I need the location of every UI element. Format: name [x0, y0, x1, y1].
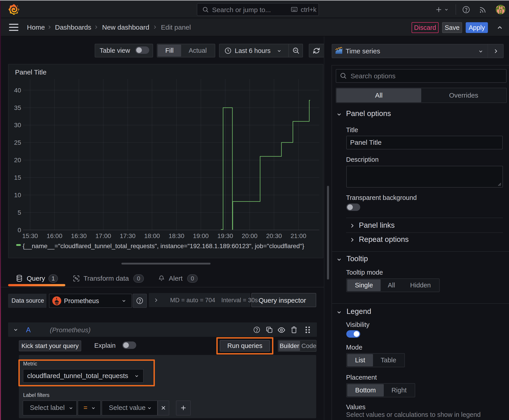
svg-text:Panel Title: Panel Title [15, 68, 46, 76]
svg-text:17:30: 17:30 [120, 232, 136, 239]
svg-text:20:30: 20:30 [266, 232, 282, 239]
svg-text:{__name__="cloudflared_tunnel_: {__name__="cloudflared_tunnel_total_requ… [23, 242, 304, 249]
svg-text:35: 35 [14, 104, 21, 111]
svg-text:15: 15 [14, 174, 21, 181]
svg-text:5: 5 [17, 209, 21, 216]
svg-text:40: 40 [14, 87, 21, 94]
svg-text:30: 30 [14, 122, 21, 128]
svg-text:20:00: 20:00 [242, 232, 258, 239]
svg-text:17:00: 17:00 [95, 232, 111, 239]
svg-text:10: 10 [14, 192, 21, 199]
svg-text:20: 20 [14, 157, 21, 164]
svg-text:25: 25 [14, 139, 21, 146]
svg-text:16:00: 16:00 [47, 232, 62, 239]
svg-text:19:30: 19:30 [218, 232, 233, 239]
svg-text:16:30: 16:30 [71, 232, 87, 239]
svg-text:0: 0 [17, 227, 21, 233]
svg-text:15:30: 15:30 [22, 232, 38, 239]
svg-text:19:00: 19:00 [193, 232, 209, 239]
svg-text:18:30: 18:30 [168, 232, 184, 239]
svg-text:18:00: 18:00 [144, 232, 160, 239]
svg-text:21:00: 21:00 [291, 232, 306, 239]
